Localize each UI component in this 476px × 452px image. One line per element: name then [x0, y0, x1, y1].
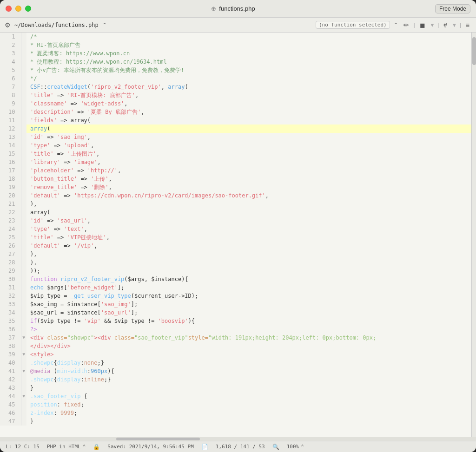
line-number: 40 — [0, 359, 21, 367]
code-content: ), — [26, 258, 471, 267]
table-row: 32 $vip_type = _get_user_vip_type($curre… — [0, 292, 471, 300]
fold-indicator — [21, 108, 26, 116]
line-number: 37 — [0, 334, 21, 342]
fold-indicator — [21, 41, 26, 49]
code-content: 'default' => '/vip', — [26, 242, 471, 250]
fold-indicator — [21, 133, 26, 141]
line-number: 1 — [0, 33, 21, 41]
code-content: * 使用教程: https://www.wpon.cn/19634.html — [26, 58, 471, 66]
line-number: 39 — [0, 350, 21, 359]
line-number: 47 — [0, 417, 21, 426]
code-content: 'type' => 'upload', — [26, 141, 471, 150]
fold-indicator — [21, 242, 26, 250]
fold-indicator[interactable]: ▼ — [21, 367, 26, 375]
fold-indicator — [21, 74, 26, 83]
title-bar: ⊕ functions.php Free Mode — [0, 0, 476, 18]
table-row: 45 position: fixed; — [0, 400, 471, 409]
fold-indicator[interactable]: ▼ — [21, 350, 26, 359]
code-content: 'title' => '上传图片', — [26, 150, 471, 158]
code-content: 'title' => 'RI-首页模块: 底部广告', — [26, 91, 471, 99]
filepath-chevron: ⌃ — [102, 22, 107, 28]
fold-indicator — [21, 150, 26, 158]
pencil-icon[interactable]: ✏ — [402, 21, 411, 29]
code-content: 'id' => 'sao_url', — [26, 216, 471, 225]
table-row: 35 if($vip_type != 'vip' && $vip_type !=… — [0, 317, 471, 325]
title-bar-center: ⊕ functions.php — [31, 5, 435, 12]
table-row: 24 'type' => 'text', — [0, 225, 471, 233]
separator3: | — [437, 22, 439, 28]
close-button[interactable] — [6, 6, 12, 12]
code-content: * 小v广告: 本站所有发布的资源均免费用，免费教，免费学! — [26, 66, 471, 74]
table-row: 43 } — [0, 384, 471, 392]
free-mode-button[interactable]: Free Mode — [435, 4, 470, 13]
table-row: 42 .showpc{display:inline;} — [0, 375, 471, 384]
scrollbar-horizontal[interactable] — [0, 437, 476, 441]
line-number: 23 — [0, 216, 21, 225]
filepath-label: ~/Downloads/functions.php — [14, 22, 99, 28]
table-row: 15 'title' => '上传图片', — [0, 150, 471, 158]
fold-indicator — [21, 325, 26, 334]
fold-indicator — [21, 308, 26, 317]
fold-indicator[interactable]: ▼ — [21, 334, 26, 342]
code-content: $vip_type = _get_user_vip_type($current_… — [26, 292, 471, 300]
line-number: 19 — [0, 183, 21, 191]
file-info: 1,618 / 141 / 53 — [216, 444, 265, 450]
fold-indicator — [21, 141, 26, 150]
fold-indicator — [21, 225, 26, 233]
line-number: 24 — [0, 225, 21, 233]
fold-indicator — [21, 342, 26, 350]
code-content: @media (min-width:960px){ — [26, 367, 471, 375]
line-number: 12 — [0, 124, 21, 133]
zoom-chevron[interactable]: ⌃ — [301, 444, 304, 450]
fold-indicator — [21, 33, 26, 41]
table-row: 17 'placeholder' => 'http://', — [0, 166, 471, 175]
fold-indicator — [21, 283, 26, 292]
line-number: 25 — [0, 233, 21, 242]
table-row: 47 } — [0, 417, 471, 426]
fold-indicator — [21, 183, 26, 191]
line-number: 43 — [0, 384, 21, 392]
code-content: ), — [26, 250, 471, 258]
table-row: 34 $sao_url = $instance['sao_url']; — [0, 308, 471, 317]
code-content: 'library' => 'image', — [26, 158, 471, 166]
fold-indicator — [21, 267, 26, 275]
table-row: 5 * 小v广告: 本站所有发布的资源均免费用，免费教，免费学! — [0, 66, 471, 74]
table-row: 36 ?> — [0, 325, 471, 334]
code-table: 1/*2 * RI-首页底部广告3 * 夏柔博客: https://www.wp… — [0, 33, 471, 426]
search-icon[interactable]: 🔍 — [272, 444, 279, 450]
fold-indicator[interactable]: ▼ — [21, 392, 26, 400]
table-row: 16 'library' => 'image', — [0, 158, 471, 166]
hash-icon[interactable]: # — [442, 21, 449, 29]
fold-indicator — [21, 83, 26, 91]
maximize-button[interactable] — [25, 6, 31, 12]
table-row: 4 * 使用教程: https://www.wpon.cn/19634.html — [0, 58, 471, 66]
fold-indicator — [21, 292, 26, 300]
function-selector[interactable]: (no function selected) — [316, 21, 390, 29]
fold-indicator — [21, 317, 26, 325]
code-content: echo $args['before_widget']; — [26, 283, 471, 292]
table-row: 27 ), — [0, 250, 471, 258]
gear-icon[interactable]: ⚙ — [5, 21, 11, 29]
scrollbar-vertical[interactable] — [471, 33, 476, 437]
table-row: 30function ripro_v2_footer_vip($args, $i… — [0, 275, 471, 283]
selector-chevron[interactable]: ⌃ — [394, 22, 398, 28]
line-number: 33 — [0, 300, 21, 308]
lang-chevron[interactable]: ⌃ — [83, 444, 86, 450]
fold-indicator — [21, 417, 26, 426]
menu-icon[interactable]: ≡ — [464, 21, 471, 29]
code-content: <style> — [26, 350, 471, 359]
code-area[interactable]: 1/*2 * RI-首页底部广告3 * 夏柔博客: https://www.wp… — [0, 33, 471, 437]
fold-indicator — [21, 300, 26, 308]
code-content: position: fixed; — [26, 400, 471, 409]
fold-indicator — [21, 124, 26, 133]
minimize-button[interactable] — [15, 6, 21, 12]
line-number: 46 — [0, 409, 21, 417]
line-number: 4 — [0, 58, 21, 66]
editor-window: ⊕ functions.php Free Mode ⚙ ~/Downloads/… — [0, 0, 476, 452]
table-row: 7CSF::createWidget('ripro_v2_footer_vip'… — [0, 83, 471, 91]
line-number: 11 — [0, 116, 21, 124]
bookmark-icon[interactable]: ◼ — [418, 21, 427, 29]
line-number: 6 — [0, 74, 21, 83]
table-row: 10 'description' => '夏柔 By 底部广告', — [0, 108, 471, 116]
line-number: 35 — [0, 317, 21, 325]
